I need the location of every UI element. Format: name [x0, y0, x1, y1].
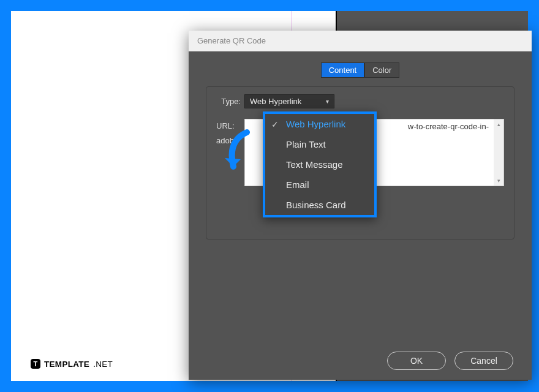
type-select-value: Web Hyperlink — [250, 97, 301, 106]
dropdown-item-plain-text[interactable]: Plain Text — [265, 134, 374, 154]
tab-content[interactable]: Content — [321, 62, 365, 78]
url-label: URL: — [216, 121, 235, 130]
watermark-suffix: .NET — [93, 360, 113, 369]
watermark-name: TEMPLATE — [44, 360, 89, 369]
url-text-visible: w-to-create-qr-code-in- — [408, 122, 489, 131]
dialog-titlebar: Generate QR Code — [189, 31, 532, 51]
watermark-icon: T — [31, 359, 40, 369]
watermark: T TEMPLATE.NET — [31, 359, 113, 369]
dialog-title: Generate QR Code — [197, 36, 266, 45]
scroll-up-icon[interactable]: ▴ — [494, 119, 503, 129]
ok-button[interactable]: OK — [387, 352, 446, 370]
cancel-button[interactable]: Cancel — [454, 352, 513, 370]
type-select[interactable]: Web Hyperlink ▾ — [244, 94, 334, 108]
dropdown-item-email[interactable]: Email — [265, 175, 374, 195]
tab-color[interactable]: Color — [364, 62, 399, 78]
generate-qr-code-dialog: Generate QR Code Content Color Type: Web… — [189, 31, 532, 380]
type-dropdown-open: ✓ Web Hyperlink Plain Text Text Message … — [263, 111, 377, 217]
dialog-button-row: OK Cancel — [387, 352, 513, 370]
type-row: Type: Web Hyperlink ▾ — [216, 94, 504, 108]
chevron-down-icon: ▾ — [326, 98, 329, 105]
dropdown-item-web-hyperlink[interactable]: ✓ Web Hyperlink — [265, 114, 374, 134]
svg-marker-0 — [225, 158, 241, 167]
scroll-down-icon[interactable]: ▾ — [494, 176, 503, 186]
dialog-tabs: Content Color — [189, 51, 532, 86]
dropdown-item-text-message[interactable]: Text Message — [265, 154, 374, 175]
textarea-scrollbar[interactable]: ▴ ▾ — [494, 119, 503, 186]
check-icon: ✓ — [271, 119, 279, 129]
dropdown-item-business-card[interactable]: Business Card — [265, 195, 374, 215]
content-panel: Type: Web Hyperlink ▾ URL: adob w-to-cre… — [206, 86, 514, 239]
screenshot-frame: Generate QR Code Content Color Type: Web… — [11, 11, 528, 381]
type-label: Type: — [216, 97, 244, 106]
url-adob-fragment: adob — [216, 136, 234, 145]
